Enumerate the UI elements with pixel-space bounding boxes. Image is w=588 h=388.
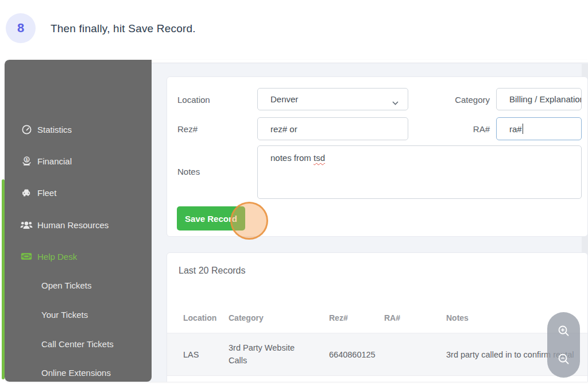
category-label: Category (414, 95, 490, 105)
topbar-bottom-strip (152, 60, 588, 63)
category-value: Billing / Explanation (509, 94, 582, 104)
step-instruction: Then finally, hit Save Record. (51, 22, 196, 35)
sidebar-sublabel: Open Tickets (41, 281, 92, 290)
gauge-icon (20, 124, 33, 135)
col-header-category: Category (229, 312, 329, 324)
col-header-ra: RA# (384, 313, 443, 322)
rez-input[interactable]: rez# or (257, 117, 408, 140)
sidebar-item-online-extensions[interactable]: Online Extensions (5, 364, 152, 381)
step-number: 8 (17, 21, 24, 36)
cell-category: 3rd Party Website Calls (229, 342, 329, 367)
sidebar-item-open-tickets[interactable]: Open Tickets (5, 276, 152, 294)
table-header-row: Location Category Rez# RA# Notes (167, 309, 587, 326)
app-window: Statistics $ Financial Fleet Human Resou… (5, 60, 588, 382)
records-title: Last 20 Records (179, 266, 246, 276)
sidebar-item-human-resources[interactable]: Human Resources (5, 215, 152, 235)
location-value: Denver (270, 94, 298, 104)
save-record-button[interactable]: Save Record (177, 206, 245, 231)
zoom-in-button[interactable] (556, 324, 571, 339)
rez-label: Rez# (177, 124, 198, 134)
zoom-out-button[interactable] (556, 352, 571, 367)
col-header-rez: Rez# (329, 313, 384, 322)
step-number-badge: 8 (6, 13, 36, 43)
sidebar-item-financial[interactable]: $ Financial (5, 151, 152, 171)
notes-value: notes from tsd (270, 153, 325, 163)
location-select[interactable]: Denver (257, 88, 408, 110)
sidebar-label: Statistics (37, 125, 72, 135)
category-select[interactable]: Billing / Explanation (496, 88, 582, 110)
sidebar-label: Financial (37, 156, 72, 166)
record-entry-form: Location Denver Category Billing / Expla… (167, 76, 588, 237)
notes-label: Notes (177, 167, 200, 176)
zoom-controls (547, 312, 580, 378)
sidebar-item-help-desk[interactable]: Help Desk (5, 247, 152, 266)
cell-location: LAS (183, 350, 229, 359)
car-icon (20, 187, 33, 198)
sidebar-label: Help Desk (37, 252, 77, 262)
misspelled-word: tsd (314, 153, 325, 163)
sidebar-label: Fleet (37, 188, 56, 198)
sidebar-label: Human Resources (37, 220, 109, 230)
cell-rez: 6640860125 (329, 350, 384, 359)
location-label: Location (177, 95, 210, 105)
coin-icon: $ (20, 155, 33, 167)
svg-text:$: $ (25, 157, 28, 162)
ra-value: ra# (509, 124, 522, 134)
sidebar-item-call-center-tickets[interactable]: Call Center Tickets (5, 335, 152, 352)
last-records-panel: Last 20 Records Location Category Rez# R… (167, 252, 588, 382)
sidebar-sublabel: Online Extensions (41, 368, 111, 378)
table-row[interactable]: LAS 3rd Party Website Calls 6640860125 3… (167, 333, 587, 376)
sidebar-item-statistics[interactable]: Statistics (5, 120, 152, 139)
sidebar-sublabel: Call Center Tickets (41, 339, 114, 349)
sidebar-item-your-tickets[interactable]: Your Tickets (5, 306, 152, 323)
active-section-indicator (2, 179, 5, 379)
sidebar: Statistics $ Financial Fleet Human Resou… (5, 60, 152, 382)
rez-value: rez# or (270, 124, 297, 134)
col-header-location: Location (183, 313, 229, 322)
sidebar-sublabel: Your Tickets (41, 310, 88, 320)
chevron-down-icon (392, 97, 399, 107)
text-cursor (523, 124, 523, 134)
ra-input[interactable]: ra# (496, 117, 582, 140)
ra-label: RA# (414, 124, 490, 134)
sidebar-item-fleet[interactable]: Fleet (5, 183, 152, 202)
users-icon (20, 219, 33, 231)
notes-textarea[interactable]: notes from tsd (257, 145, 582, 199)
ticket-icon (20, 251, 33, 262)
